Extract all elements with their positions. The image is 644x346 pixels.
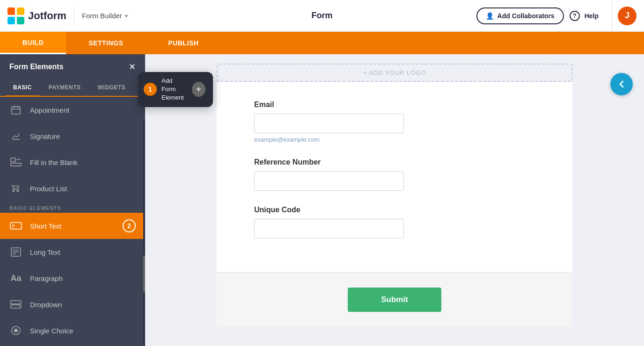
add-element-plus-button[interactable]: + <box>192 82 205 97</box>
field-input-email[interactable] <box>254 114 404 133</box>
submit-bar: Submit <box>217 272 572 327</box>
fill-blank-icon <box>9 156 22 169</box>
sidebar-item-single-choice[interactable]: Single Choice <box>0 317 145 344</box>
popup-label: Add FormElement <box>161 77 185 102</box>
back-icon <box>616 79 627 89</box>
add-collaborators-button[interactable]: 👤 Add Collaborators <box>476 7 564 24</box>
sidebar-close-button[interactable]: ✕ <box>129 62 136 72</box>
header: Jotform Form Builder ▾ Form 👤 Add Collab… <box>0 0 644 32</box>
sidebar-item-label: Signature <box>30 132 136 140</box>
main-layout: Form Elements ✕ BASIC PAYMENTS WIDGETS A… <box>0 54 644 346</box>
help-icon: ? <box>570 11 580 21</box>
svg-rect-14 <box>10 223 22 229</box>
jotform-logo-icon <box>7 7 24 24</box>
help-button[interactable]: ? Help <box>570 11 599 21</box>
sidebar-item-fill-blank[interactable]: Fill in the Blank <box>0 149 145 175</box>
logo-text: Jotform <box>28 10 66 22</box>
header-divider <box>74 7 74 24</box>
form-card: Email example@example.com Reference Numb… <box>217 82 572 272</box>
avatar[interactable]: J <box>618 7 637 25</box>
svg-rect-3 <box>17 17 24 24</box>
page-title: Form <box>312 11 333 21</box>
svg-rect-11 <box>11 163 21 166</box>
dropdown-icon <box>9 298 22 311</box>
header-right-divider <box>612 0 612 32</box>
field-label-reference-number: Reference Number <box>254 158 535 166</box>
single-choice-icon <box>9 324 22 337</box>
person-icon: 👤 <box>486 12 494 20</box>
logo-area: Jotform <box>7 7 66 24</box>
svg-point-13 <box>17 190 19 192</box>
tab-basic[interactable]: BASIC <box>6 79 39 97</box>
submit-button[interactable]: Submit <box>348 288 441 312</box>
sidebar-item-label: Appointment <box>30 106 136 114</box>
back-button[interactable] <box>610 73 633 95</box>
sidebar-list: Appointment Signature Fill in the Blank … <box>0 97 145 346</box>
svg-rect-4 <box>12 107 20 114</box>
form-builder-button[interactable]: Form Builder ▾ <box>82 12 128 20</box>
add-logo-bar[interactable]: + ADD YOUR LOGO <box>217 64 572 82</box>
tab-publish[interactable]: PUBLISH <box>146 32 221 54</box>
tab-widgets[interactable]: WIDGETS <box>90 79 133 97</box>
sidebar-item-appointment[interactable]: Appointment <box>0 97 145 123</box>
sidebar-item-label: Fill in the Blank <box>30 159 136 166</box>
svg-rect-2 <box>7 17 15 24</box>
field-hint-email: example@example.com <box>254 136 535 143</box>
svg-rect-1 <box>17 7 24 15</box>
product-list-icon <box>9 182 22 195</box>
form-field-email: Email example@example.com <box>254 101 535 143</box>
svg-rect-9 <box>11 158 15 162</box>
sidebar-title: Form Elements <box>9 63 64 71</box>
header-actions: 👤 Add Collaborators ? Help J <box>476 0 637 32</box>
signature-icon <box>9 130 22 143</box>
sidebar: Form Elements ✕ BASIC PAYMENTS WIDGETS A… <box>0 54 145 346</box>
form-field-reference-number: Reference Number <box>254 158 535 191</box>
sidebar-item-label: Short Text <box>30 222 115 230</box>
sidebar-item-long-text[interactable]: Long Text <box>0 239 145 265</box>
sidebar-item-product-list[interactable]: Product List <box>0 175 145 202</box>
item-badge-2: 2 <box>123 219 136 232</box>
tab-bar: BUILD SETTINGS PUBLISH <box>0 32 644 54</box>
short-text-icon <box>9 219 22 232</box>
sidebar-item-label: Long Text <box>30 248 136 256</box>
tab-build[interactable]: BUILD <box>0 32 66 54</box>
sidebar-item-short-text[interactable]: Short Text 2 <box>0 213 145 239</box>
sidebar-tabs: BASIC PAYMENTS WIDGETS <box>0 79 145 97</box>
field-label-unique-code: Unique Code <box>254 206 535 214</box>
tab-payments[interactable]: PAYMENTS <box>41 79 88 97</box>
svg-point-25 <box>14 329 18 332</box>
sidebar-item-signature[interactable]: Signature <box>0 123 145 149</box>
svg-point-12 <box>13 190 15 192</box>
form-field-unique-code: Unique Code <box>254 206 535 238</box>
basic-elements-label: BASIC ELEMENTS <box>0 202 145 213</box>
field-input-reference-number[interactable] <box>254 171 404 191</box>
svg-rect-0 <box>7 7 15 15</box>
long-text-icon <box>9 245 22 259</box>
sidebar-header: Form Elements ✕ <box>0 54 145 79</box>
appointment-icon <box>9 103 22 116</box>
field-input-unique-code[interactable] <box>254 219 404 238</box>
add-element-popup: 1 Add FormElement + <box>138 72 213 107</box>
sidebar-item-label: Single Choice <box>30 327 136 335</box>
popup-step-number: 1 <box>144 83 157 96</box>
canvas-area: + ADD YOUR LOGO Email example@example.co… <box>145 54 644 346</box>
field-label-email: Email <box>254 101 535 109</box>
sidebar-item-paragraph[interactable]: Aa Paragraph <box>0 265 145 291</box>
tab-settings[interactable]: SETTINGS <box>66 32 146 54</box>
sidebar-item-label: Paragraph <box>30 274 136 282</box>
paragraph-icon: Aa <box>9 272 22 285</box>
sidebar-item-label: Product List <box>30 185 136 193</box>
sidebar-item-label: Dropdown <box>30 301 136 309</box>
chevron-down-icon: ▾ <box>125 13 128 19</box>
svg-rect-21 <box>11 301 21 304</box>
sidebar-item-dropdown[interactable]: Dropdown <box>0 291 145 317</box>
